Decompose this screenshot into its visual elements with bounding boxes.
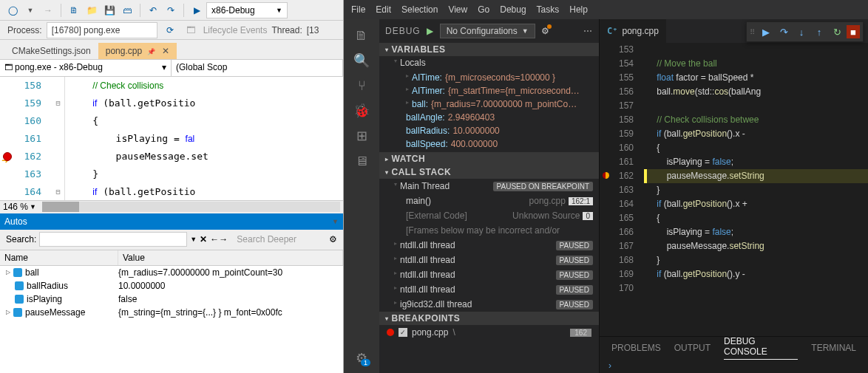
- h-scrollbar[interactable]: [42, 202, 340, 212]
- gear-icon[interactable]: ⚙: [329, 234, 337, 244]
- redo-icon[interactable]: ↷: [163, 2, 179, 18]
- panel-tabs: PROBLEMSOUTPUTDEBUG CONSOLETERMINAL: [600, 336, 868, 358]
- vscode-window: FileEditSelectionViewGoDebugTasksHelp 🗎 …: [344, 0, 868, 373]
- more-icon[interactable]: ⋯: [583, 26, 593, 36]
- visual-studio-window: ◯ ▼ → 🗎 📁 💾 🗃 ↶ ↷ ▶ x86-Debug ▼ Process:…: [0, 0, 344, 373]
- project-combo[interactable]: 🗔 pong.exe - x86-Debug ▾: [0, 60, 172, 76]
- search-icon[interactable]: 🔍: [351, 50, 372, 71]
- back-dropdown[interactable]: ▼: [22, 2, 38, 18]
- debug-toolbar: Process: [16780] pong.exe ⟳ 🗔 Lifecycle …: [0, 21, 343, 40]
- editor-group: C⁺ pong.cpp ⠿ ▶ ↷ ↓ ↑ ↻ ■ 15315415515615…: [600, 19, 868, 373]
- lifecycle-icon[interactable]: 🗔: [183, 22, 199, 38]
- grip-icon[interactable]: ⠿: [750, 28, 755, 36]
- callstack-header[interactable]: ▾CALL STACK: [379, 165, 599, 179]
- explorer-icon[interactable]: 🗎: [351, 25, 372, 46]
- editor-tabs: C⁺ pong.cpp ⠿ ▶ ↷ ↓ ↑ ↻ ■: [600, 19, 868, 43]
- save-all-icon[interactable]: 🗃: [119, 2, 135, 18]
- watch-header[interactable]: ▸WATCH: [379, 152, 599, 165]
- search-input[interactable]: [39, 232, 187, 247]
- menu-help[interactable]: Help: [569, 4, 588, 15]
- settings-icon[interactable]: ⚙1: [351, 348, 372, 369]
- undo-icon[interactable]: ↶: [145, 2, 161, 18]
- tab-pongcpp[interactable]: C⁺ pong.cpp: [600, 19, 666, 43]
- menu-view[interactable]: View: [448, 4, 467, 15]
- tab-cmakesettings[interactable]: CMakeSettings.json: [4, 43, 98, 59]
- step-into-icon[interactable]: ↓: [793, 24, 810, 40]
- thread-value: [13: [307, 25, 319, 35]
- document-tabs: CMakeSettings.json pong.cpp 📌 ✕: [0, 40, 343, 59]
- select-startup-icon[interactable]: ▶: [189, 2, 205, 18]
- navigation-bar: 🗔 pong.exe - x86-Debug ▾ (Global Scop: [0, 59, 343, 77]
- col-value[interactable]: Value: [118, 250, 343, 265]
- process-label: Process:: [7, 25, 42, 35]
- scm-icon[interactable]: ⑂: [351, 75, 372, 96]
- menu-tasks[interactable]: Tasks: [537, 4, 560, 15]
- thread-label: Thread:: [271, 25, 302, 35]
- back-button[interactable]: ◯: [4, 2, 21, 18]
- breakpoints-header[interactable]: ▾BREAKPOINTS: [379, 312, 599, 325]
- forward-button[interactable]: →: [40, 2, 56, 18]
- autos-table: Name Value ▷ball{m_radius=7.00000000 m_p…: [0, 250, 343, 374]
- activity-bar: 🗎 🔍 ⑂ 🐞 ⊞ 🖥 ⚙1: [344, 19, 379, 373]
- extensions-icon[interactable]: ⊞: [351, 126, 372, 146]
- tab-pongcpp[interactable]: pong.cpp 📌 ✕: [98, 43, 177, 59]
- zoom-level[interactable]: 146 %: [3, 202, 28, 212]
- menu-debug[interactable]: Debug: [500, 4, 526, 15]
- breakpoint-row[interactable]: ✓ pong.cpp \ 162: [379, 325, 599, 340]
- debug-icon[interactable]: 🐞: [351, 100, 372, 121]
- bp-dot-icon: [387, 329, 394, 336]
- menubar: FileEditSelectionViewGoDebugTasksHelp: [344, 0, 868, 19]
- menu-edit[interactable]: Edit: [376, 4, 391, 15]
- scope-combo[interactable]: (Global Scop: [172, 60, 343, 76]
- panel-dropdown-icon[interactable]: ▼: [332, 218, 339, 225]
- refresh-icon[interactable]: ⟳: [162, 22, 178, 38]
- menu-file[interactable]: File: [351, 4, 365, 15]
- remote-icon[interactable]: 🖥: [351, 151, 372, 171]
- locals-header[interactable]: ▾Locals: [379, 56, 599, 69]
- editor[interactable]: 158 // Check collisions159⊟ if (ball.get…: [0, 77, 343, 200]
- config-dropdown[interactable]: No Configurations▼: [440, 24, 535, 38]
- step-over-icon[interactable]: ↷: [776, 24, 792, 40]
- debug-header: DEBUG ▶ No Configurations▼ ⚙ ⋯: [379, 19, 599, 43]
- debug-console[interactable]: ›: [600, 358, 868, 373]
- start-debug-icon[interactable]: ▶: [424, 24, 437, 38]
- vs-toolbar: ◯ ▼ → 🗎 📁 💾 🗃 ↶ ↷ ▶ x86-Debug ▼: [0, 0, 343, 21]
- lifecycle-label: Lifecycle Events: [203, 25, 268, 35]
- col-name[interactable]: Name: [0, 250, 118, 265]
- cpp-file-icon: C⁺: [607, 26, 617, 36]
- autos-panel-header[interactable]: Autos ▼: [0, 213, 343, 230]
- bp-checkbox[interactable]: ✓: [399, 328, 407, 337]
- pin-icon[interactable]: 📌: [147, 48, 155, 55]
- clear-icon[interactable]: ✕: [200, 234, 207, 244]
- restart-icon[interactable]: ↻: [829, 24, 845, 40]
- code-editor[interactable]: 1531541551561571581591601611621631641651…: [600, 43, 868, 336]
- configure-icon[interactable]: ⚙: [541, 26, 550, 36]
- menu-selection[interactable]: Selection: [401, 4, 438, 15]
- main-thread[interactable]: ▾Main Thread PAUSED ON BREAKPOINT: [379, 179, 599, 194]
- search-deeper[interactable]: Search Deeper: [237, 234, 296, 244]
- save-icon[interactable]: 💾: [101, 2, 118, 18]
- autos-search: Search: ▼ ✕ ←→ Search Deeper ⚙: [0, 230, 343, 250]
- config-dropdown[interactable]: x86-Debug ▼: [206, 2, 288, 18]
- debug-toolbar[interactable]: ⠿ ▶ ↷ ↓ ↑ ↻ ■: [746, 21, 864, 42]
- nav-icon[interactable]: ←→: [210, 234, 228, 244]
- config-value: x86-Debug: [211, 5, 255, 16]
- close-tab-icon[interactable]: ✕: [162, 46, 169, 56]
- editor-statusbar: 146 % ▼: [0, 200, 343, 213]
- process-dropdown[interactable]: [16780] pong.exe: [47, 22, 157, 38]
- menu-go[interactable]: Go: [478, 4, 489, 15]
- step-out-icon[interactable]: ↑: [811, 24, 827, 40]
- new-project-icon[interactable]: 🗎: [66, 2, 82, 18]
- stop-icon[interactable]: ■: [847, 25, 860, 38]
- debug-sidebar: DEBUG ▶ No Configurations▼ ⚙ ⋯ ▾VARIABLE…: [379, 19, 600, 373]
- variables-header[interactable]: ▾VARIABLES: [379, 43, 599, 56]
- open-icon[interactable]: 📁: [84, 2, 100, 18]
- continue-icon[interactable]: ▶: [758, 24, 774, 40]
